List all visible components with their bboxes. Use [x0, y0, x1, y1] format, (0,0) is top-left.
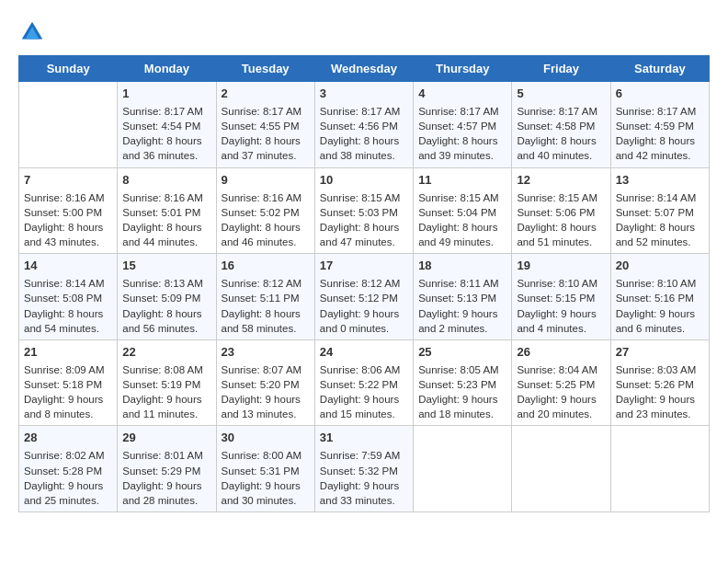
calendar-table: SundayMondayTuesdayWednesdayThursdayFrid…: [18, 55, 710, 512]
calendar-week-4: 21Sunrise: 8:09 AMSunset: 5:18 PMDayligh…: [19, 339, 710, 426]
calendar-cell: 25Sunrise: 8:05 AMSunset: 5:23 PMDayligh…: [414, 339, 512, 426]
calendar-cell: 23Sunrise: 8:07 AMSunset: 5:20 PMDayligh…: [216, 339, 314, 426]
calendar-cell: [414, 426, 512, 512]
sunrise: Sunrise: 8:03 AM: [616, 364, 697, 375]
day-number: 18: [418, 258, 506, 274]
daylight: Daylight: 8 hours and 51 minutes.: [517, 222, 596, 247]
sunset: Sunset: 5:16 PM: [616, 293, 694, 304]
calendar-week-3: 14Sunrise: 8:14 AMSunset: 5:08 PMDayligh…: [19, 254, 710, 340]
daylight: Daylight: 8 hours and 49 minutes.: [418, 222, 497, 247]
daylight: Daylight: 8 hours and 39 minutes.: [418, 135, 497, 161]
sunset: Sunset: 4:57 PM: [418, 121, 496, 132]
sunset: Sunset: 5:18 PM: [24, 379, 102, 390]
sunset: Sunset: 5:25 PM: [517, 379, 595, 390]
day-number: 17: [320, 258, 408, 274]
sunset: Sunset: 5:02 PM: [222, 207, 300, 218]
sunset: Sunset: 5:09 PM: [122, 293, 200, 304]
calendar-cell: 18Sunrise: 8:11 AMSunset: 5:13 PMDayligh…: [414, 254, 512, 340]
day-number: 23: [222, 344, 310, 361]
day-number: 6: [616, 86, 704, 102]
sunrise: Sunrise: 8:17 AM: [616, 106, 697, 117]
daylight: Daylight: 8 hours and 58 minutes.: [222, 308, 301, 334]
day-number: 3: [320, 86, 408, 102]
sunset: Sunset: 5:29 PM: [122, 465, 200, 477]
calendar-cell: 4Sunrise: 8:17 AMSunset: 4:57 PMDaylight…: [414, 82, 512, 168]
day-number: 2: [222, 86, 310, 102]
header-day-thursday: Thursday: [414, 56, 512, 82]
calendar-cell: 7Sunrise: 8:16 AMSunset: 5:00 PMDaylight…: [19, 167, 118, 254]
daylight: Daylight: 9 hours and 2 minutes.: [418, 308, 497, 334]
sunset: Sunset: 4:58 PM: [517, 121, 595, 132]
daylight: Daylight: 9 hours and 6 minutes.: [616, 308, 695, 334]
sunrise: Sunrise: 8:17 AM: [222, 106, 302, 117]
calendar-week-2: 7Sunrise: 8:16 AMSunset: 5:00 PMDaylight…: [19, 167, 710, 254]
daylight: Daylight: 9 hours and 23 minutes.: [616, 394, 695, 419]
sunset: Sunset: 5:15 PM: [517, 293, 595, 304]
calendar-cell: 1Sunrise: 8:17 AMSunset: 4:54 PMDaylight…: [118, 82, 216, 168]
sunset: Sunset: 5:32 PM: [320, 465, 398, 477]
sunset: Sunset: 4:56 PM: [320, 121, 398, 132]
daylight: Daylight: 9 hours and 28 minutes.: [122, 480, 201, 506]
sunset: Sunset: 5:20 PM: [222, 379, 300, 390]
calendar-cell: 20Sunrise: 8:10 AMSunset: 5:16 PMDayligh…: [610, 254, 709, 340]
sunrise: Sunrise: 8:17 AM: [517, 106, 597, 117]
calendar-cell: 5Sunrise: 8:17 AMSunset: 4:58 PMDaylight…: [512, 82, 610, 168]
header-day-sunday: Sunday: [19, 56, 118, 82]
calendar-cell: 19Sunrise: 8:10 AMSunset: 5:15 PMDayligh…: [512, 254, 610, 340]
day-number: 25: [418, 344, 506, 361]
sunset: Sunset: 5:03 PM: [320, 207, 398, 218]
calendar-cell: 31Sunrise: 7:59 AMSunset: 5:32 PMDayligh…: [314, 426, 413, 512]
sunrise: Sunrise: 8:13 AM: [122, 278, 203, 289]
calendar-cell: 15Sunrise: 8:13 AMSunset: 5:09 PMDayligh…: [118, 254, 216, 340]
day-number: 31: [320, 430, 408, 446]
daylight: Daylight: 8 hours and 44 minutes.: [122, 222, 201, 247]
calendar-cell: 11Sunrise: 8:15 AMSunset: 5:04 PMDayligh…: [414, 167, 512, 254]
logo: [18, 18, 50, 46]
day-number: 21: [24, 344, 112, 361]
header-day-monday: Monday: [118, 56, 216, 82]
sunrise: Sunrise: 8:14 AM: [24, 278, 105, 289]
sunset: Sunset: 5:04 PM: [418, 207, 496, 218]
calendar-cell: 29Sunrise: 8:01 AMSunset: 5:29 PMDayligh…: [118, 426, 216, 512]
day-number: 10: [320, 172, 408, 189]
daylight: Daylight: 9 hours and 20 minutes.: [517, 394, 596, 419]
daylight: Daylight: 8 hours and 38 minutes.: [320, 135, 399, 161]
daylight: Daylight: 9 hours and 33 minutes.: [320, 480, 399, 506]
page-header: [18, 18, 710, 46]
daylight: Daylight: 9 hours and 15 minutes.: [320, 394, 399, 419]
day-number: 22: [122, 344, 210, 361]
calendar-cell: 26Sunrise: 8:04 AMSunset: 5:25 PMDayligh…: [512, 339, 610, 426]
logo-icon: [18, 18, 46, 46]
day-number: 15: [122, 258, 210, 274]
sunrise: Sunrise: 7:59 AM: [320, 450, 401, 461]
calendar-cell: 9Sunrise: 8:16 AMSunset: 5:02 PMDaylight…: [216, 167, 314, 254]
header-day-tuesday: Tuesday: [216, 56, 314, 82]
calendar-header: SundayMondayTuesdayWednesdayThursdayFrid…: [19, 56, 710, 82]
sunrise: Sunrise: 8:06 AM: [320, 364, 401, 375]
day-number: 5: [517, 86, 605, 102]
sunset: Sunset: 5:12 PM: [320, 293, 398, 304]
daylight: Daylight: 9 hours and 8 minutes.: [24, 394, 103, 419]
day-number: 11: [418, 172, 506, 189]
calendar-cell: 30Sunrise: 8:00 AMSunset: 5:31 PMDayligh…: [216, 426, 314, 512]
calendar-cell: 28Sunrise: 8:02 AMSunset: 5:28 PMDayligh…: [19, 426, 118, 512]
day-number: 28: [24, 430, 112, 446]
sunrise: Sunrise: 8:16 AM: [24, 192, 105, 203]
sunrise: Sunrise: 8:17 AM: [418, 106, 499, 117]
day-number: 7: [24, 172, 112, 189]
daylight: Daylight: 9 hours and 30 minutes.: [222, 480, 301, 506]
sunset: Sunset: 5:07 PM: [616, 207, 694, 218]
sunrise: Sunrise: 8:15 AM: [418, 192, 499, 203]
sunrise: Sunrise: 8:10 AM: [517, 278, 597, 289]
daylight: Daylight: 8 hours and 42 minutes.: [616, 135, 695, 161]
sunrise: Sunrise: 8:15 AM: [517, 192, 597, 203]
day-number: 4: [418, 86, 506, 102]
daylight: Daylight: 8 hours and 54 minutes.: [24, 308, 103, 334]
sunset: Sunset: 5:22 PM: [320, 379, 398, 390]
day-number: 16: [222, 258, 310, 274]
sunset: Sunset: 5:08 PM: [24, 293, 102, 304]
sunrise: Sunrise: 8:00 AM: [222, 450, 302, 461]
daylight: Daylight: 9 hours and 13 minutes.: [222, 394, 301, 419]
daylight: Daylight: 8 hours and 56 minutes.: [122, 308, 201, 334]
sunset: Sunset: 5:01 PM: [122, 207, 200, 218]
